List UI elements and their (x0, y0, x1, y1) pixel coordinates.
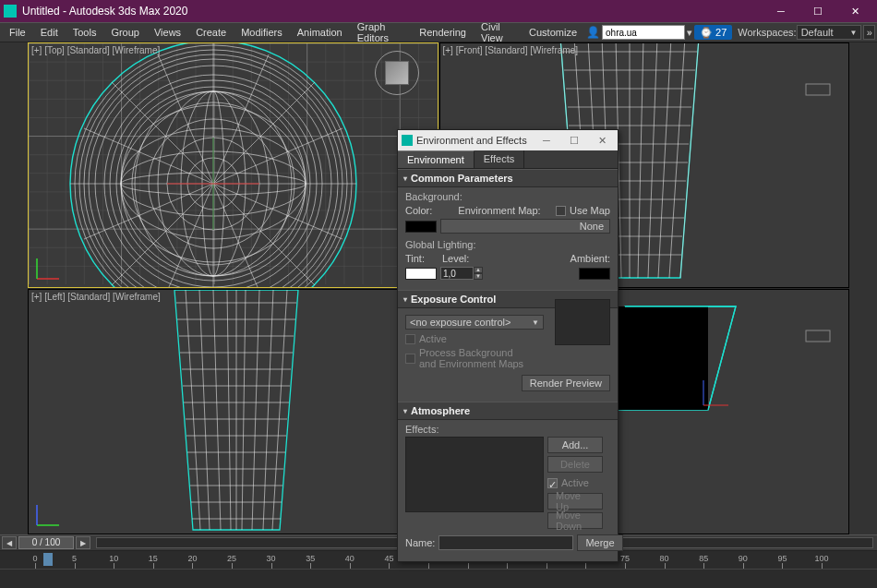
tick (585, 563, 586, 569)
menu-rendering[interactable]: Rendering (412, 25, 474, 40)
menu-customize[interactable]: Customize (522, 25, 584, 40)
tick-label: 10 (109, 554, 118, 563)
tick (822, 563, 823, 569)
effects-listbox[interactable] (405, 437, 544, 512)
svg-line-95 (186, 290, 200, 530)
envmap-slot[interactable]: None (440, 219, 610, 234)
next-key-button[interactable]: ▶ (76, 536, 90, 549)
dialog-titlebar[interactable]: Environment and Effects ─ ☐ ✕ (398, 130, 618, 150)
menu-graph-editors[interactable]: Graph Editors (350, 19, 413, 45)
tick (75, 563, 76, 569)
viewport-left-label: [+] [Left] [Standard] [Wireframe] (31, 292, 161, 302)
svg-line-96 (272, 290, 287, 530)
menu-modifiers[interactable]: Modifiers (234, 25, 290, 40)
axis-gizmo-left (33, 499, 63, 529)
effects-label: Effects: (405, 424, 610, 435)
process-bg-check (405, 354, 415, 364)
dialog-minimize[interactable]: ─ (535, 132, 559, 149)
tick (547, 563, 547, 569)
spin-down-icon[interactable]: ▼ (474, 273, 483, 280)
key-count: 27 (715, 27, 727, 38)
axis-gizmo (33, 253, 63, 282)
tick-label: 75 (620, 554, 630, 563)
maximize-button[interactable]: ☐ (799, 0, 836, 22)
level-input[interactable] (440, 267, 474, 280)
minimize-button[interactable]: ─ (763, 0, 799, 22)
tick (232, 563, 233, 569)
viewport-top[interactable]: [+] [Top] [Standard] [Wireframe] (28, 42, 438, 288)
movedown-button[interactable]: Move Down (547, 512, 603, 529)
ambient-label: Ambient: (571, 253, 610, 264)
right-rail (849, 42, 877, 534)
tick (35, 563, 36, 569)
rollout-common[interactable]: Common Parameters (398, 169, 618, 187)
tick-label: 5 (72, 554, 77, 563)
workspaces-label: Workspaces: (738, 27, 796, 38)
menu-overflow[interactable]: » (863, 25, 875, 40)
key-icon: ⌚ (700, 27, 713, 39)
tick (114, 563, 114, 569)
svg-line-102 (242, 290, 246, 530)
level-spinner[interactable]: ▲▼ (440, 267, 483, 280)
name-input[interactable] (438, 535, 573, 550)
viewcube[interactable] (373, 49, 421, 97)
window-title: Untitled - Autodesk 3ds Max 2020 (22, 5, 763, 18)
titlebar: Untitled - Autodesk 3ds Max 2020 ─ ☐ ✕ (0, 0, 877, 22)
spin-up-icon[interactable]: ▲ (474, 267, 483, 273)
menu-group[interactable]: Group (103, 25, 147, 40)
menu-civil-view[interactable]: Civil View (474, 19, 522, 45)
key-badge[interactable]: ⌚ 27 (694, 25, 732, 40)
menu-edit[interactable]: Edit (33, 25, 66, 40)
atmo-active-label: Active (561, 477, 589, 488)
menu-create[interactable]: Create (188, 25, 234, 40)
close-button[interactable]: ✕ (836, 0, 873, 22)
tick-label: 25 (227, 554, 236, 563)
dialog-maximize[interactable]: ☐ (562, 132, 586, 149)
render-preview-button[interactable]: Render Preview (522, 375, 610, 391)
atmo-active-check[interactable]: ✓ (547, 478, 558, 488)
tick (389, 563, 390, 569)
process-bg-label: Process Background and Environment Maps (419, 347, 523, 369)
wireframe-persp (607, 299, 754, 428)
tick-label: 20 (187, 554, 197, 563)
bg-color-swatch[interactable] (405, 221, 437, 233)
tab-effects[interactable]: Effects (475, 150, 524, 168)
svg-line-80 (638, 42, 643, 278)
viewport-left[interactable]: [+] [Left] [Standard] [Wireframe] (28, 289, 438, 534)
workspace-value: Default (801, 27, 834, 38)
dialog-close[interactable]: ✕ (590, 132, 614, 149)
exposure-dropdown[interactable]: <no exposure control>▼ (405, 315, 544, 330)
name-label: Name: (405, 537, 435, 548)
scrub-handle[interactable] (43, 553, 53, 566)
workspace-select[interactable]: Default▼ (797, 25, 862, 40)
tick (507, 563, 508, 569)
timeslider-handle[interactable]: 0 / 100 (18, 536, 74, 549)
wireframe-top (66, 42, 361, 288)
svg-rect-94 (806, 84, 830, 95)
menubar: File Edit Tools Group Views Create Modif… (0, 22, 877, 42)
menu-animation[interactable]: Animation (290, 25, 350, 40)
left-rail (0, 42, 28, 534)
tick (625, 563, 626, 569)
signin-field[interactable]: ohra.ua (602, 25, 685, 40)
envmap-label: Environment Map: (458, 205, 540, 216)
delete-button[interactable]: Delete (547, 456, 603, 473)
tint-swatch[interactable] (405, 268, 437, 280)
tick (703, 563, 704, 569)
usemap-label: Use Map (570, 205, 610, 216)
merge-button[interactable]: Merge (577, 534, 622, 551)
rollout-atmosphere[interactable]: Atmosphere (398, 402, 618, 420)
add-button[interactable]: Add... (547, 437, 603, 453)
tab-environment[interactable]: Environment (398, 150, 475, 168)
menu-tools[interactable]: Tools (66, 25, 104, 40)
user-icon: 👤 (586, 26, 600, 39)
tick-label: 40 (345, 554, 354, 563)
viewport-top-label: [+] [Top] [Standard] [Wireframe] (31, 45, 160, 55)
prev-key-button[interactable]: ◀ (2, 536, 17, 549)
ground-icon (804, 325, 832, 345)
menu-file[interactable]: File (2, 25, 33, 40)
moveup-button[interactable]: Move Up (547, 493, 603, 510)
ambient-swatch[interactable] (579, 268, 610, 280)
menu-views[interactable]: Views (147, 25, 188, 40)
usemap-checkbox[interactable] (556, 206, 566, 216)
